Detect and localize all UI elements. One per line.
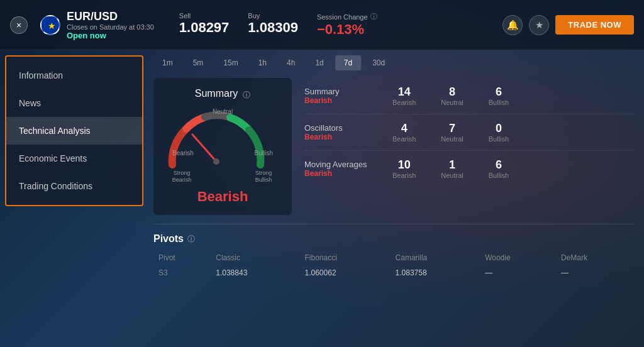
pivots-info-icon[interactable]: ⓘ [187,234,195,245]
buy-price: 1.08309 [248,19,298,36]
session-label: Session Change ⓘ [317,12,377,21]
col-classic: Classic [211,251,299,265]
stat-oscillators-label: Oscillators [304,123,392,133]
trade-now-button[interactable]: TRADE NOW [555,15,634,35]
favorite-button[interactable]: ★ [529,15,549,35]
session-value: −0.13% [317,21,377,38]
sidebar-item-information[interactable]: Information [6,62,142,89]
stats-panel: Summary Bearish 14 Bearish 8 Neutral [304,78,634,215]
stat-summary-label: Summary [304,87,392,96]
pivot-fibonacci: 1.060062 [300,265,391,281]
col-camarilla: Camarilla [391,251,480,265]
pivot-demark: — [556,265,634,281]
section-divider [153,224,634,224]
pivots-table: Pivot Classic Fibonacci Camarilla Woodie… [153,251,634,281]
stat-oscillators-bullish: 0 Bullish [489,122,509,143]
tf-1h[interactable]: 1h [250,55,275,70]
tf-1m[interactable]: 1m [153,55,182,70]
gauge-result: Bearish [197,189,248,205]
stat-oscillators-signal: Bearish [304,133,392,141]
session-info-icon: ⓘ [370,12,377,21]
tf-30d[interactable]: 30d [364,55,394,70]
col-fibonacci: Fibonacci [300,251,391,265]
gauge-label-bullish: Bullish [255,150,273,157]
svg-text:★: ★ [48,21,56,31]
sidebar-item-news[interactable]: News [6,89,142,117]
gauge-label-strong-bullish: Strong Bullish [248,170,279,184]
stat-row-summary: Summary Bearish 14 Bearish 8 Neutral [304,78,634,114]
col-woodie: Woodie [480,251,556,265]
sell-label: Sell [179,12,230,19]
pivot-label: S3 [153,265,211,281]
gauge-label-strong-bearish: Strong Bearish [166,170,197,184]
svg-point-3 [213,158,219,165]
sidebar-item-economic-events[interactable]: Economic Events [6,145,142,172]
sidebar-item-trading-conditions[interactable]: Trading Conditions [6,172,142,200]
sell-price: 1.08297 [179,19,230,36]
header: × ★ EUR/USD Closes on Saturday at 03:30 … [0,0,644,50]
col-pivot: Pivot [153,251,211,265]
stat-ma-signal: Bearish [304,169,392,178]
stat-row-oscillators: Oscillators Bearish 4 Bearish 7 Neutral [304,114,634,151]
main-content: 1m 5m 15m 1h 4h 1d 7d 30d Summary ⓘ [143,50,644,347]
pair-close-time: Closes on Saturday at 03:30 [67,23,154,31]
svg-line-2 [192,135,216,162]
buy-price-item: Buy 1.08309 [248,12,298,38]
table-row: S3 1.038843 1.060062 1.083758 — — [153,265,634,281]
pivot-camarilla: 1.083758 [391,265,480,281]
stat-summary-signal: Bearish [304,96,392,105]
sell-price-item: Sell 1.08297 [179,12,230,38]
tf-15m[interactable]: 15m [214,55,247,70]
timeframe-tabs: 1m 5m 15m 1h 4h 1d 7d 30d [153,55,634,70]
price-block: Sell 1.08297 Buy 1.08309 Session Change … [179,12,377,38]
tf-1d[interactable]: 1d [306,55,332,70]
header-actions: 🔔 ★ TRADE NOW [502,15,634,35]
pivots-header: Pivots ⓘ [153,233,634,245]
sidebar-item-technical-analysis[interactable]: Technical Analysis [6,117,142,145]
stat-oscillators-neutral: 7 Neutral [441,122,463,143]
gauge-label-bearish: Bearish [172,150,194,157]
tf-7d[interactable]: 7d [335,55,361,70]
stat-summary-neutral: 8 Neutral [441,85,463,106]
gauge-card: Summary ⓘ Neutral Bearish Bullish Strong… [153,78,292,215]
session-change: Session Change ⓘ −0.13% [317,12,377,38]
gauge-container: Neutral Bearish Bullish Strong Bearish S… [166,108,279,184]
pivots-section: Pivots ⓘ Pivot Classic Fibonacci Camaril… [153,233,634,281]
analysis-section: Summary ⓘ Neutral Bearish Bullish Strong… [153,78,634,215]
notification-button[interactable]: 🔔 [502,15,523,35]
close-button[interactable]: × [10,16,28,34]
stat-summary-bearish: 14 Bearish [392,85,416,106]
gauge-label-neutral: Neutral [213,108,233,115]
stat-row-moving-averages: Moving Averages Bearish 10 Bearish 1 Neu… [304,151,634,187]
pair-name: EUR/USD [67,10,154,23]
buy-label: Buy [248,12,298,19]
pivot-woodie: — [480,265,556,281]
stat-ma-neutral: 1 Neutral [441,158,463,179]
gauge-info-icon[interactable]: ⓘ [243,90,250,101]
pair-flag-icon: ★ [40,15,60,35]
pivots-title: Pivots [153,233,184,245]
gauge-title: Summary [195,88,238,99]
stat-ma-label: Moving Averages [304,160,392,169]
body: Information News Technical Analysis Econ… [0,50,644,347]
col-demark: DeMark [556,251,634,265]
stat-ma-bearish: 10 Bearish [392,158,416,179]
stat-ma-bullish: 6 Bullish [489,158,509,179]
sidebar: Information News Technical Analysis Econ… [5,55,143,206]
tf-5m[interactable]: 5m [184,55,213,70]
gauge-svg [166,108,267,171]
stat-summary-bullish: 6 Bullish [489,85,509,106]
tf-4h[interactable]: 4h [278,55,304,70]
pair-info: ★ EUR/USD Closes on Saturday at 03:30 Op… [40,10,154,40]
pivot-classic: 1.038843 [211,265,299,281]
pair-status: Open now [67,31,154,40]
stat-oscillators-bearish: 4 Bearish [392,122,416,143]
